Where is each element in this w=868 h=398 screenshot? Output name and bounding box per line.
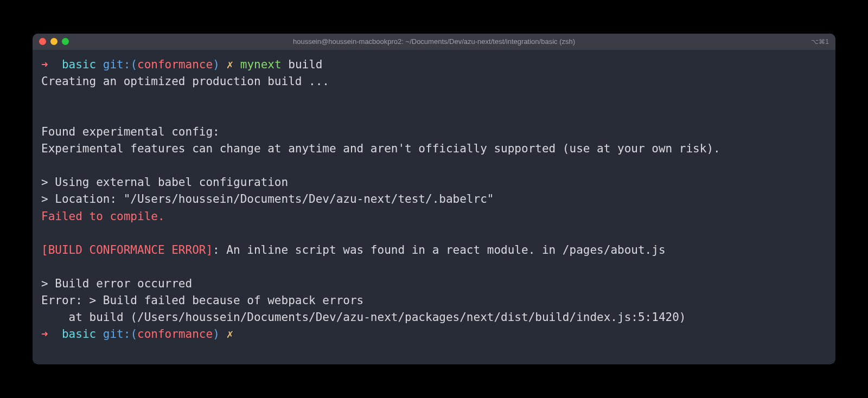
maximize-icon[interactable] bbox=[62, 38, 69, 45]
close-icon[interactable] bbox=[39, 38, 46, 45]
error-tag: [BUILD CONFORMANCE ERROR] bbox=[41, 243, 213, 256]
prompt-branch: conformance bbox=[137, 58, 213, 71]
minimize-icon[interactable] bbox=[50, 38, 58, 45]
prompt-arrow-icon: ➜ bbox=[41, 58, 48, 71]
output-line: > Location: "/Users/houssein/Documents/D… bbox=[41, 191, 827, 208]
prompt-dir: basic bbox=[62, 328, 96, 341]
prompt-git-label: git:( bbox=[103, 328, 137, 341]
output-line: at build (/Users/houssein/Documents/Dev/… bbox=[41, 309, 827, 326]
output-line: Experimental features can change at anyt… bbox=[41, 140, 827, 157]
prompt-git-close: ) bbox=[213, 328, 220, 341]
output-line: Creating an optimized production build .… bbox=[41, 73, 827, 90]
prompt-dirty-icon: ✗ bbox=[226, 328, 233, 341]
titlebar: houssein@houssein-macbookpro2: ~/Documen… bbox=[33, 34, 835, 50]
output-line: Found experimental config: bbox=[41, 124, 827, 140]
prompt-git-close: ) bbox=[213, 58, 220, 71]
command-binary: mynext bbox=[240, 58, 282, 71]
traffic-lights bbox=[39, 38, 69, 45]
prompt-line: ➜ basic git:(conformance) ✗ mynext build bbox=[41, 56, 827, 73]
blank-line bbox=[41, 107, 827, 124]
titlebar-shortcut: ⌥⌘1 bbox=[811, 38, 829, 46]
output-line: > Using external babel configuration bbox=[41, 174, 827, 191]
prompt-dir: basic bbox=[62, 58, 96, 71]
blank-line bbox=[41, 90, 827, 107]
prompt-git-label: git:( bbox=[103, 58, 137, 71]
blank-line bbox=[41, 157, 827, 174]
terminal-window: houssein@houssein-macbookpro2: ~/Documen… bbox=[33, 34, 835, 364]
output-line: Error: > Build failed because of webpack… bbox=[41, 292, 827, 309]
command-arg: build bbox=[288, 58, 322, 71]
terminal-body[interactable]: ➜ basic git:(conformance) ✗ mynext build… bbox=[33, 50, 835, 364]
prompt-dirty-icon: ✗ bbox=[226, 58, 233, 71]
error-line: Failed to compile. bbox=[41, 208, 827, 225]
prompt-branch: conformance bbox=[137, 328, 213, 341]
output-line: > Build error occurred bbox=[41, 275, 827, 292]
blank-line bbox=[41, 225, 827, 242]
blank-line bbox=[41, 259, 827, 275]
conformance-error-line: [BUILD CONFORMANCE ERROR]: An inline scr… bbox=[41, 242, 827, 259]
window-title: houssein@houssein-macbookpro2: ~/Documen… bbox=[293, 37, 575, 46]
prompt-arrow-icon: ➜ bbox=[41, 328, 48, 341]
error-message: : An inline script was found in a react … bbox=[213, 243, 665, 256]
prompt-line: ➜ basic git:(conformance) ✗ bbox=[41, 326, 827, 343]
